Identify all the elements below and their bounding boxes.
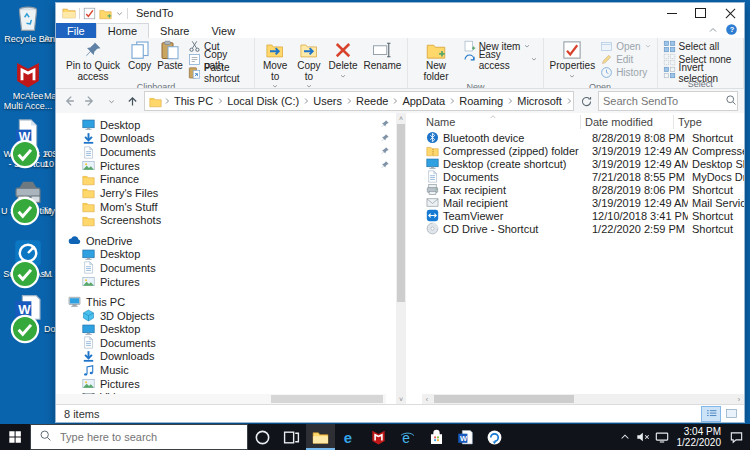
file-row[interactable]: Fax recipient8/28/2019 8:06 PMShortcut [422, 183, 744, 196]
taskbar-icon-edge[interactable]: e [335, 424, 364, 450]
file-row[interactable]: Desktop (create shortcut)3/19/2019 12:49… [422, 157, 744, 170]
nav-vertical-scrollbar[interactable]: ˄ ˅ [396, 113, 406, 404]
taskbar-icon-store[interactable] [422, 424, 451, 450]
file-row[interactable]: Documents7/21/2018 8:55 PMMyDocs Drop Ta… [422, 170, 744, 183]
nav-item-screenshots[interactable]: Screenshots [56, 213, 396, 227]
taskbar-icon-cortana[interactable] [248, 424, 277, 450]
open-button[interactable]: Open [598, 40, 653, 53]
new-folder-icon[interactable] [99, 7, 112, 20]
breadcrumb-segment[interactable]: Roaming [457, 95, 505, 107]
select-all-button[interactable]: Select all [661, 40, 740, 53]
file-row[interactable]: TeamViewer12/10/2018 3:41 PMShortcut [422, 209, 744, 222]
search-icon[interactable] [725, 92, 737, 110]
move-to-button[interactable]: Move to [258, 39, 292, 89]
scroll-up-icon[interactable]: ˄ [396, 113, 406, 123]
pin-to-quick-access-button[interactable]: Pin to Quick access [61, 39, 125, 82]
nav-item-pictures[interactable]: Pictures [56, 377, 396, 391]
new-folder-button[interactable]: New folder [411, 39, 460, 82]
nav-item-pictures[interactable]: Pictures [56, 275, 396, 289]
nav-item-finance[interactable]: Finance [56, 173, 396, 187]
column-header-date-modified[interactable]: Date modified [581, 115, 674, 129]
taskbar-search-input[interactable] [58, 430, 239, 444]
file-row[interactable]: CD Drive - Shortcut1/22/2020 2:59 PMShor… [422, 222, 744, 235]
nav-item-desktop[interactable]: Desktop [56, 247, 396, 261]
easy-access-button[interactable]: Easy access [461, 53, 540, 66]
rename-button[interactable]: Rename [361, 39, 405, 89]
taskbar-icon-mcafee[interactable] [364, 424, 393, 450]
icons-view-button[interactable] [722, 407, 740, 421]
nav-item-3d-objects[interactable]: 3D Objects [56, 309, 396, 323]
maximize-button[interactable] [686, 3, 715, 23]
taskbar-icon-word[interactable]: W [451, 424, 480, 450]
nav-item-documents[interactable]: Documents [56, 261, 396, 275]
breadcrumb-segment[interactable]: AppData [400, 95, 447, 107]
volume-muted-icon[interactable] [636, 430, 650, 444]
breadcrumb-segment[interactable]: This PC [172, 95, 215, 107]
up-button[interactable] [123, 92, 141, 110]
breadcrumb-segment[interactable]: Local Disk (C:) [225, 95, 301, 107]
file-row[interactable]: Mail recipient3/19/2019 12:49 AMMail Ser… [422, 196, 744, 209]
delete-button[interactable]: Delete [326, 39, 361, 89]
close-button[interactable] [715, 3, 744, 23]
scroll-right-icon[interactable]: › [734, 394, 744, 404]
start-button[interactable] [0, 424, 30, 450]
copy-to-button[interactable]: Copy to [292, 39, 325, 89]
breadcrumb[interactable]: This PCLocal Disk (C:)UsersReedeAppDataR… [144, 91, 574, 111]
nav-item-desktop[interactable]: Desktop [56, 322, 396, 336]
taskbar-icon-task-view[interactable] [277, 424, 306, 450]
nav-item-downloads[interactable]: Downloads [56, 132, 396, 146]
nav-item-documents[interactable]: Documents [56, 145, 396, 159]
tab-home[interactable]: Home [96, 23, 149, 38]
tab-view[interactable]: View [200, 23, 246, 38]
nav-item-mom-s-stuff[interactable]: Mom's Stuff [56, 200, 396, 214]
files-horizontal-scrollbar[interactable]: ‹ › [422, 394, 744, 404]
refresh-button[interactable] [577, 92, 595, 110]
network-icon[interactable] [655, 430, 669, 444]
invert-selection-button[interactable]: Invert selection [661, 66, 740, 79]
history-button[interactable]: History [598, 66, 653, 79]
nav-item-jerry-s-files[interactable]: Jerry's Files [56, 186, 396, 200]
nav-item-desktop[interactable]: Desktop [56, 118, 396, 132]
paste-button[interactable]: Paste [154, 39, 186, 82]
breadcrumb-segment[interactable]: Users [311, 95, 344, 107]
paste-shortcut-button[interactable]: Paste shortcut [186, 66, 251, 79]
details-view-button[interactable] [701, 406, 721, 422]
caret-icon[interactable] [115, 9, 124, 18]
nav-horizontal-scrollbar[interactable] [56, 394, 386, 404]
tray-chevron-up-icon[interactable] [619, 431, 631, 443]
forward-button[interactable] [81, 92, 99, 110]
collapse-ribbon-icon[interactable] [707, 24, 719, 38]
taskbar-icon-ie[interactable]: e [393, 424, 422, 450]
nav-item-documents[interactable]: Documents [56, 336, 396, 350]
scroll-left-icon[interactable]: ‹ [422, 394, 432, 404]
breadcrumb-segment[interactable]: Microsoft [515, 95, 564, 107]
file-row[interactable]: Bluetooth device8/28/2019 8:08 PMShortcu… [422, 131, 744, 144]
desktop-icon[interactable]: McAfee Multi Acce... [1, 60, 55, 111]
column-header-type[interactable]: Type [674, 115, 744, 129]
breadcrumb-segment[interactable]: Reede [354, 95, 390, 107]
nav-item-music[interactable]: Music [56, 363, 396, 377]
nav-item-downloads[interactable]: Downloads [56, 350, 396, 364]
nav-item-onedrive[interactable]: OneDrive [56, 234, 396, 248]
action-center-icon[interactable] [729, 430, 744, 445]
help-icon[interactable]: ? [725, 23, 738, 38]
scrollbar-thumb[interactable] [271, 395, 383, 403]
properties-button[interactable]: Properties [547, 39, 599, 82]
search-input[interactable] [599, 95, 725, 107]
recent-locations-icon[interactable] [102, 92, 120, 110]
edit-button[interactable]: Edit [598, 53, 653, 66]
scrollbar-thumb[interactable] [397, 124, 405, 302]
scrollbar-thumb[interactable] [434, 395, 574, 403]
column-header-name[interactable]: Name [422, 115, 581, 129]
taskbar-clock[interactable]: 3:04 PM 1/22/2020 [674, 426, 725, 448]
properties-icon[interactable] [83, 7, 96, 20]
copy-button[interactable]: Copy [125, 39, 154, 82]
taskbar-icon-support[interactable] [480, 424, 509, 450]
file-row[interactable]: Compressed (zipped) folder3/19/2019 12:4… [422, 144, 744, 157]
back-button[interactable] [60, 92, 78, 110]
tab-share[interactable]: Share [149, 23, 200, 38]
nav-item-this-pc[interactable]: This PC [56, 295, 396, 309]
minimize-button[interactable] [657, 3, 686, 23]
taskbar-icon-explorer[interactable] [306, 424, 335, 450]
tab-file[interactable]: File [56, 23, 96, 38]
